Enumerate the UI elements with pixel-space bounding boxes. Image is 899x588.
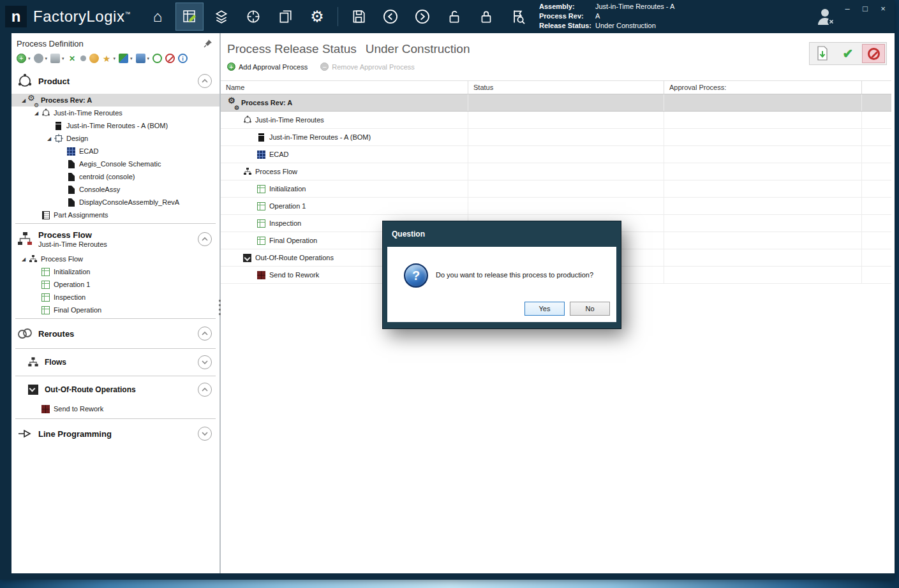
add-approval-process-button[interactable]: + Add Approval Process [227,62,308,71]
table-row[interactable]: Process Flow [221,163,891,180]
layers-button[interactable] [207,3,235,31]
release-actions-panel: ✔ [809,42,887,65]
collapse-out-of-route-button[interactable] [198,383,212,397]
favorites-button[interactable]: ★ [102,54,112,63]
operation-icon [256,202,266,211]
maximize-button[interactable]: □ [858,1,873,15]
column-header-status[interactable]: Status [468,81,664,94]
section-flows[interactable]: Flows [11,351,219,374]
process-flow-icon [17,231,33,247]
export-button[interactable] [119,54,128,63]
expander-open-icon[interactable]: ◢ [19,98,28,103]
section-line-programming[interactable]: Line Programming [11,421,219,446]
table-row[interactable]: Operation 1 [221,198,891,215]
column-header-approval[interactable]: Approval Process: [664,81,862,94]
add-button[interactable]: + [17,54,26,63]
approve-release-button[interactable]: ✔ [836,44,859,63]
yes-button[interactable]: Yes [524,302,565,316]
page-title-text: Process Release Status [227,42,357,55]
section-reroutes[interactable]: Reroutes [11,321,219,346]
minimize-button[interactable]: – [840,1,855,15]
section-product[interactable]: Product [11,68,219,94]
forward-button[interactable] [408,3,436,31]
table-row[interactable]: Just-in-Time Reroutes [221,112,891,129]
tree-item-displayconsole[interactable]: DisplayConsoleAssembly_RevA [11,196,219,209]
compare-button[interactable]: ✕ [68,54,77,63]
collapse-product-button[interactable] [198,74,212,88]
tree-item-part-assignments[interactable]: Part Assignments [11,209,219,221]
expand-flows-button[interactable] [198,355,212,369]
tree-item-centroid[interactable]: centroid (console) [11,170,219,183]
release-document-button[interactable] [811,44,834,63]
lock-icon [479,9,494,24]
save-button[interactable] [345,3,373,31]
dialog-buttons: Yes No [524,302,610,316]
tree-item-initialization[interactable]: Initialization [11,265,219,278]
check-icon: ✔ [843,46,854,61]
close-button[interactable]: × [875,1,891,15]
tree-item-process-flow[interactable]: ◢ Process Flow [11,253,219,265]
tree-item-operation-1[interactable]: Operation 1 [11,278,219,291]
chevron-up-icon [198,327,211,340]
caret-down-icon[interactable]: ▾ [28,56,31,61]
expand-line-programming-button[interactable] [198,427,212,441]
lock-button[interactable] [472,3,500,31]
tree-item-bom[interactable]: Just-in-Time Reroutes - A (BOM) [11,119,219,132]
tree-item-consoleassy[interactable]: ConsoleAssy [11,183,219,196]
brand-title: FactoryLogix™ [33,8,131,26]
audit-search-button[interactable] [504,3,532,31]
documents-button[interactable] [271,3,299,31]
user-account-button[interactable] [815,6,836,27]
link-button[interactable] [34,54,43,63]
collapse-process-flow-button[interactable] [198,232,212,246]
back-button[interactable] [376,3,405,31]
column-header-name[interactable]: Name [221,81,468,94]
expander-open-icon[interactable]: ◢ [19,256,28,262]
caret-down-icon[interactable]: ▾ [130,56,133,61]
tree-item-assembly[interactable]: ◢ Just-in-Time Reroutes [11,107,219,119]
tree-item-ecad[interactable]: ECAD [11,145,219,158]
gear-icon: ⚙ [310,9,324,24]
table-row[interactable]: Initialization [221,180,891,198]
section-process-flow[interactable]: Process Flow Just-in-Time Reroutes [11,226,219,253]
caret-down-icon[interactable]: ▾ [45,56,48,61]
table-row[interactable]: Just-in-Time Reroutes - A (BOM) [221,129,891,146]
block-button[interactable] [165,54,175,63]
settings-button[interactable]: ⚙ [303,3,331,31]
home-button[interactable]: ⌂ [144,3,172,31]
tree-item-send-to-rework[interactable]: Send to Rework [11,401,219,416]
expander-open-icon[interactable]: ◢ [32,110,41,116]
user-assign-button[interactable] [89,54,99,63]
dialog-title-bar[interactable]: Question [383,221,621,247]
tree-item-schematic[interactable]: Aegis_Console Schematic [11,158,219,170]
collapse-reroutes-button[interactable] [198,327,212,341]
page-title: Process Release StatusUnder Construction [227,42,895,56]
section-out-of-route[interactable]: Out-Of-Route Operations [11,378,219,401]
package-button[interactable] [136,54,145,63]
tree-item-final-operation[interactable]: Final Operation [11,304,219,316]
row-name: Just-in-Time Reroutes - A (BOM) [269,133,371,141]
no-button[interactable]: No [570,302,610,316]
key-icon[interactable] [80,55,86,61]
caret-down-icon[interactable]: ▾ [62,56,64,61]
unlock-button[interactable] [440,3,468,31]
caret-down-icon[interactable]: ▾ [114,56,116,61]
table-row[interactable]: Process Rev: A [221,94,891,112]
print-button[interactable] [50,54,60,63]
row-name: Send to Rework [269,271,319,279]
navigator-button[interactable] [239,3,267,31]
web-button[interactable] [152,54,162,63]
info-button[interactable]: i [178,54,188,63]
expander-open-icon[interactable]: ◢ [45,136,54,142]
table-row[interactable]: ECAD [221,146,891,163]
section-label: Product [38,77,70,86]
bom-icon [256,133,266,142]
tree-item-process-rev[interactable]: ◢ Process Rev: A [11,94,219,107]
tree-item-inspection[interactable]: Inspection [11,291,219,304]
process-editor-button[interactable] [175,3,204,31]
operation-icon [256,184,266,194]
caret-down-icon[interactable]: ▾ [147,56,150,61]
tree-item-design[interactable]: ◢ Design [11,132,219,145]
reject-release-button[interactable] [862,44,885,63]
pin-button[interactable] [203,38,213,48]
